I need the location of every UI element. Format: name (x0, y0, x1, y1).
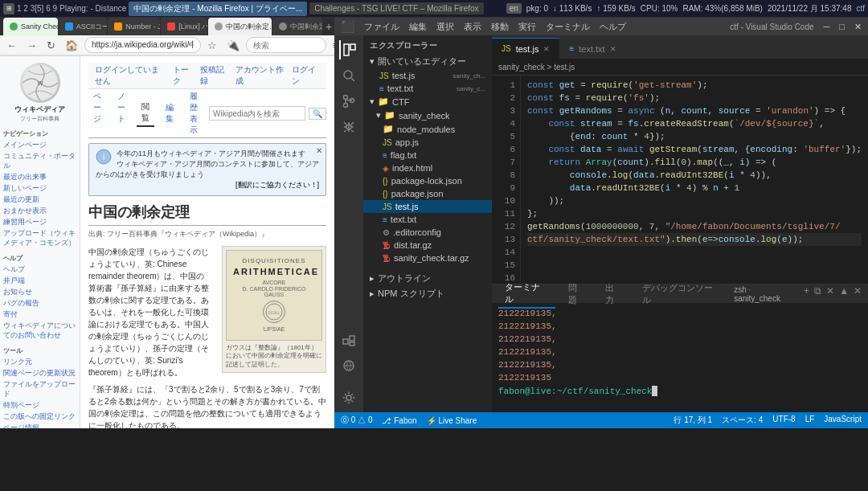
nav-donate[interactable]: 寄付 (3, 309, 76, 321)
status-spaces[interactable]: スペース: 4 (722, 415, 763, 426)
wiki-create-account[interactable]: アカウント作成 (235, 64, 285, 87)
nav-link-here[interactable]: リンク元 (3, 357, 76, 368)
file-editorconfig[interactable]: ⚙ .editorconfig (363, 226, 492, 239)
vscode-menu-file[interactable]: ファイル (364, 21, 399, 33)
status-encoding[interactable]: UTF-8 (772, 415, 795, 426)
nav-recent-events[interactable]: 最近の出来事 (3, 172, 76, 183)
sanity-check-folder[interactable]: ▾ 📁 sanity_check (363, 108, 492, 122)
nav-upload[interactable]: アップロード（ウィキメディア・コモンズ） (3, 228, 76, 249)
file-sanitygz[interactable]: 🗜 sanity_check.tar.gz (363, 252, 492, 264)
ctf-folder[interactable]: ▾ 📁 CTF (363, 95, 492, 108)
explorer-activity-icon[interactable] (339, 40, 358, 59)
npm-scripts-section[interactable]: ▸ NPM スクリプト (363, 286, 492, 301)
file-packagelock[interactable]: {} package-lock.json (363, 174, 492, 187)
browser-tab-ascii[interactable]: ASCIIコード (59, 18, 107, 35)
wiki-tab-note[interactable]: ノート (113, 89, 130, 137)
nav-file-upload[interactable]: ファイルをアップロード (3, 379, 76, 400)
vscode-menu-edit[interactable]: 編集 (409, 21, 427, 33)
file-testjs[interactable]: JS test.js (363, 200, 492, 213)
wiki-tab-read[interactable]: 閲覧 (137, 100, 154, 127)
home-button[interactable]: 🏠 (62, 38, 81, 53)
open-file-testjs[interactable]: JS test.js sanity_ch... (363, 69, 492, 82)
browser-ff-tab1[interactable]: 中国の剰余定理 - Mozilla Firefox | プライベー... (129, 2, 307, 16)
reload-button[interactable]: ↻ (43, 38, 59, 53)
vscode-menu-help[interactable]: ヘルプ (600, 21, 626, 33)
status-language[interactable]: JavaScript (824, 415, 862, 426)
nav-random[interactable]: おまかせ表示 (3, 206, 76, 217)
workspace-icon[interactable]: ⊞ (3, 3, 14, 14)
nav-notice[interactable]: お知らせ (3, 287, 76, 298)
nav-related[interactable]: 関連ページの更新状況 (3, 368, 76, 379)
nav-page-info[interactable]: ページ情報 (3, 423, 76, 428)
wiki-tab-page[interactable]: ページ (88, 89, 106, 137)
wiki-talk[interactable]: トーク (173, 64, 194, 87)
status-line-ending[interactable]: LF (805, 415, 815, 426)
nav-special[interactable]: 特別ページ (3, 400, 76, 411)
vscode-menu-terminal[interactable]: ターミナル (546, 21, 590, 33)
file-flagtxt[interactable]: ≡ flag.txt (363, 149, 492, 162)
nav-practice[interactable]: 練習用ページ (3, 217, 76, 228)
wiki-notice-close[interactable]: ✕ (316, 146, 322, 155)
wiki-contributions[interactable]: 投稿記録 (200, 64, 228, 87)
code-editor[interactable]: 12345 678910 1112131415 1617 const get =… (492, 76, 868, 284)
forward-button[interactable]: → (23, 38, 40, 53)
vscode-maximize[interactable]: □ (839, 22, 845, 31)
search-bar[interactable] (246, 37, 326, 53)
extensions-button[interactable]: 🔌 (223, 38, 243, 53)
browser-tab-wiki1[interactable]: 中国の剰余定... ✕ (208, 18, 272, 35)
wiki-login-link[interactable]: ログイン (292, 64, 320, 87)
status-liveshare[interactable]: ⚡ Live Share (427, 416, 477, 425)
open-file-texttxt[interactable]: ≡ text.txt sanity_c... (363, 82, 492, 95)
back-button[interactable]: ← (3, 38, 20, 53)
bookmark-button[interactable]: ☆ (204, 38, 220, 53)
browser-ff-tab2[interactable]: Challenges - TSG LIVE! CTF – Mozilla Fir… (309, 2, 483, 14)
status-position[interactable]: 行 17, 列 1 (674, 415, 712, 426)
file-indexhtml[interactable]: ◈ index.html (363, 162, 492, 174)
settings-activity-icon[interactable] (339, 388, 358, 407)
wiki-notice-action[interactable]: [翻訳にご協力ください！] (96, 180, 319, 190)
open-editors-section[interactable]: ▾ 開いているエディター (363, 54, 492, 69)
nav-permalink[interactable]: この版への固定リンク (3, 411, 76, 423)
browser-tab-sanity[interactable]: Sanity Checker (3, 18, 58, 35)
wiki-search-input[interactable] (209, 106, 305, 121)
nav-idobata[interactable]: 井戸端 (3, 276, 76, 287)
vscode-menu-goto[interactable]: 移動 (491, 21, 509, 33)
git-activity-icon[interactable] (339, 92, 358, 111)
nav-bug[interactable]: バグの報告 (3, 298, 76, 309)
browser-tab-number[interactable]: Number - Ja... (108, 18, 160, 35)
editor-tab-testjs[interactable]: JS test.js ✕ (492, 38, 559, 59)
vscode-menu-run[interactable]: 実行 (518, 21, 536, 33)
terminal-maximize[interactable]: ▲ (839, 285, 849, 303)
terminal-body[interactable]: 2122219135, 2122219135, 2122219135, 2122… (492, 304, 868, 412)
terminal-split[interactable]: ⧉ (814, 285, 821, 303)
vscode-minimize[interactable]: ─ (824, 22, 830, 31)
nav-help[interactable]: ヘルプ (3, 264, 76, 276)
address-bar[interactable] (84, 37, 201, 53)
editor-tab-texttxt[interactable]: ≡ text.txt ✕ (559, 38, 625, 59)
vscode-menu-select[interactable]: 選択 (436, 21, 454, 33)
outline-section[interactable]: ▸ アウトライン (363, 271, 492, 286)
debug-activity-icon[interactable] (339, 117, 358, 137)
file-packagejson[interactable]: {} package.json (363, 187, 492, 200)
code-content[interactable]: const get = require('get-stream'); const… (521, 76, 868, 284)
wiki-tab-edit[interactable]: 編集 (161, 100, 178, 126)
nav-community[interactable]: コミュニティ・ポータル (3, 151, 76, 172)
wiki-search-button[interactable]: 🔍 (309, 108, 326, 120)
wiki-tab-history[interactable]: 履歴表示 (185, 89, 203, 137)
liveshare-activity-icon[interactable] (339, 356, 358, 375)
file-texttxt[interactable]: ≡ text.txt (363, 213, 492, 226)
terminal-add[interactable]: + (804, 285, 809, 303)
nav-new-page[interactable]: 新しいページ (3, 183, 76, 194)
search-activity-icon[interactable] (339, 66, 358, 85)
status-branch[interactable]: ⎇ Fabon (382, 416, 416, 425)
editor-tab-testjs-close[interactable]: ✕ (543, 45, 550, 53)
file-distgz[interactable]: 🗜 dist.tar.gz (363, 239, 492, 252)
new-tab-button[interactable]: + (323, 18, 334, 35)
vscode-close[interactable]: ✕ (854, 22, 862, 32)
status-errors[interactable]: ⓪ 0 △ 0 (341, 415, 372, 426)
nav-recent-changes[interactable]: 最近の更新 (3, 194, 76, 206)
terminal-close[interactable]: ✕ (854, 285, 862, 303)
terminal-kill[interactable]: ✕ (826, 285, 834, 303)
nav-about[interactable]: ウィキペディアについてのお問い合わせ (3, 321, 76, 342)
browser-tab-wiki2[interactable]: 中国剰余定... (272, 18, 322, 35)
